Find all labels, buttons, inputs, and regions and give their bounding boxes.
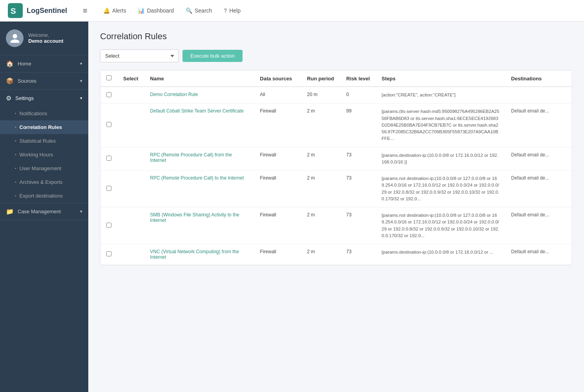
row-checkbox-3[interactable] <box>106 186 111 191</box>
row-risk-level-2: 73 <box>340 147 376 171</box>
select-all-checkbox[interactable] <box>106 75 111 80</box>
header-name: Name <box>144 71 254 87</box>
header-data-sources: Data sources <box>254 71 301 87</box>
settings-icon: ⚙ <box>6 94 11 102</box>
row-select-3 <box>117 171 144 207</box>
row-risk-level-4: 73 <box>340 207 376 244</box>
sidebar-label-sources: Sources <box>18 78 76 84</box>
table-row: Default Cobalt Strike Team Server Certif… <box>100 103 572 147</box>
sidebar-label-user-management: User Management <box>20 165 62 171</box>
search-icon: 🔍 <box>186 7 192 14</box>
row-risk-level-1: 99 <box>340 103 376 147</box>
header-risk-level: Risk level <box>340 71 376 87</box>
sidebar-section-sources: 📦 Sources ▾ <box>0 73 88 90</box>
row-checkbox-cell <box>100 87 117 103</box>
sidebar-section-home: 🏠 Home ▾ <box>0 55 88 73</box>
table-row: SMB (Windows File Sharing) Activity to t… <box>100 207 572 244</box>
row-steps-3: [params.not destination-ip:(10.0.0.0/8 o… <box>376 171 505 207</box>
row-risk-level-0: 0 <box>340 87 376 103</box>
sidebar-item-settings[interactable]: ⚙ Settings ▾ <box>0 90 88 107</box>
row-destinations-4: Default email de... <box>505 207 572 244</box>
chevron-down-icon-settings: ▾ <box>80 96 82 101</box>
header-destinations: Destinations <box>505 71 572 87</box>
row-run-period-2: 2 m <box>301 147 340 171</box>
chevron-down-icon: ▾ <box>80 61 82 66</box>
row-checkbox-2[interactable] <box>106 156 111 161</box>
help-icon: ? <box>224 7 227 14</box>
sidebar-item-user-management[interactable]: User Management <box>0 162 88 175</box>
row-destinations-1: Default email de... <box>505 103 572 147</box>
row-checkbox-4[interactable] <box>106 223 111 228</box>
sidebar-item-archives-exports[interactable]: Archives & Exports <box>0 175 88 189</box>
row-name-2: RPC (Remote Procedure Call) from the Int… <box>144 147 254 171</box>
sidebar-item-home[interactable]: 🏠 Home ▾ <box>0 55 88 72</box>
row-name-3: RPC (Remote Procedure Call) to the Inter… <box>144 171 254 207</box>
user-avatar-icon <box>9 33 20 44</box>
row-run-period-5: 2 m <box>301 244 340 265</box>
row-steps-5: [params.destination-ip:(10.0.0.0/8 or 17… <box>376 244 505 265</box>
sidebar-item-case-management[interactable]: 📁 Case Management ▾ <box>0 203 88 220</box>
logo-text: LogSentinel <box>27 7 67 15</box>
nav-search[interactable]: 🔍 Search <box>186 7 212 14</box>
sidebar-label-settings: Settings <box>15 95 76 101</box>
row-name-4: SMB (Windows File Sharing) Activity to t… <box>144 207 254 244</box>
table-row: VNC (Virtual Network Computing) from the… <box>100 244 572 265</box>
home-icon: 🏠 <box>6 60 14 67</box>
row-checkbox-5[interactable] <box>106 251 111 256</box>
header-run-period: Run period <box>301 71 340 87</box>
sidebar-item-export-destinations[interactable]: Export destinations <box>0 189 88 203</box>
row-checkbox-cell <box>100 244 117 265</box>
row-data-sources-3: Firewall <box>254 171 301 207</box>
logo: S LogSentinel <box>8 3 67 18</box>
row-data-sources-2: Firewall <box>254 147 301 171</box>
row-name-0: Demo Correlation Rule <box>144 87 254 103</box>
sidebar-item-notifications[interactable]: Notifications <box>0 107 88 120</box>
row-data-sources-4: Firewall <box>254 207 301 244</box>
sidebar: Welcome, Demo account 🏠 Home ▾ 📦 Sources… <box>0 22 88 392</box>
bell-icon: 🔔 <box>103 7 110 14</box>
sidebar-label-correlation-rules: Correlation Rules <box>20 124 62 130</box>
nav-alerts[interactable]: 🔔 Alerts <box>103 7 126 14</box>
hamburger-icon[interactable]: ≡ <box>83 6 88 15</box>
case-management-icon: 📁 <box>6 208 14 215</box>
row-run-period-3: 2 m <box>301 171 340 207</box>
row-run-period-4: 2 m <box>301 207 340 244</box>
row-data-sources-5: Firewall <box>254 244 301 265</box>
row-checkbox-cell <box>100 147 117 171</box>
row-destinations-5: Default email de... <box>505 244 572 265</box>
row-destinations-2: Default email de... <box>505 147 572 171</box>
nav-dashboard[interactable]: 📊 Dashboard <box>138 7 174 14</box>
row-checkbox-1[interactable] <box>106 122 111 127</box>
row-run-period-0: 20 m <box>301 87 340 103</box>
sidebar-item-statistical-rules[interactable]: Statistical Rules <box>0 134 88 148</box>
row-checkbox-cell <box>100 171 117 207</box>
row-data-sources-0: All <box>254 87 301 103</box>
svg-text:S: S <box>11 6 16 15</box>
sidebar-label-notifications: Notifications <box>20 111 47 116</box>
sidebar-item-sources[interactable]: 📦 Sources ▾ <box>0 73 88 89</box>
nav-help[interactable]: ? Help <box>224 7 241 14</box>
row-checkbox-cell <box>100 207 117 244</box>
bulk-action-select[interactable]: Select Enable Disable Delete <box>100 49 179 62</box>
row-name-5: VNC (Virtual Network Computing) from the… <box>144 244 254 265</box>
sidebar-item-correlation-rules[interactable]: Correlation Rules <box>0 120 88 134</box>
row-run-period-1: 2 m <box>301 103 340 147</box>
row-steps-1: [params.(tls-server-hash-md5:950098276A4… <box>376 103 505 147</box>
top-navigation: S LogSentinel ≡ 🔔 Alerts 📊 Dashboard 🔍 S… <box>0 0 584 22</box>
row-risk-level-3: 73 <box>340 171 376 207</box>
toolbar: Select Enable Disable Delete Execute bul… <box>100 49 572 62</box>
row-checkbox-0[interactable] <box>106 92 111 97</box>
user-section: Welcome, Demo account <box>0 22 88 55</box>
row-name-1: Default Cobalt Strike Team Server Certif… <box>144 103 254 147</box>
sidebar-label-case-management: Case Management <box>18 209 76 214</box>
execute-bulk-action-button[interactable]: Execute bulk action <box>182 50 243 62</box>
welcome-text: Welcome, <box>28 33 64 38</box>
header-checkbox <box>100 71 117 87</box>
row-steps-4: [params.not destination-ip:(10.0.0.0/8 o… <box>376 207 505 244</box>
row-destinations-3: Default email de... <box>505 171 572 207</box>
sidebar-label-archives-exports: Archives & Exports <box>20 179 63 185</box>
chevron-down-icon-case: ▾ <box>80 209 82 214</box>
row-steps-2: [params.destination-ip:(10.0.0.0/8 or 17… <box>376 147 505 171</box>
row-steps-0: [action:"CREATE", action:"CREATE"] <box>376 87 505 103</box>
sidebar-item-working-hours[interactable]: Working Hours <box>0 148 88 162</box>
